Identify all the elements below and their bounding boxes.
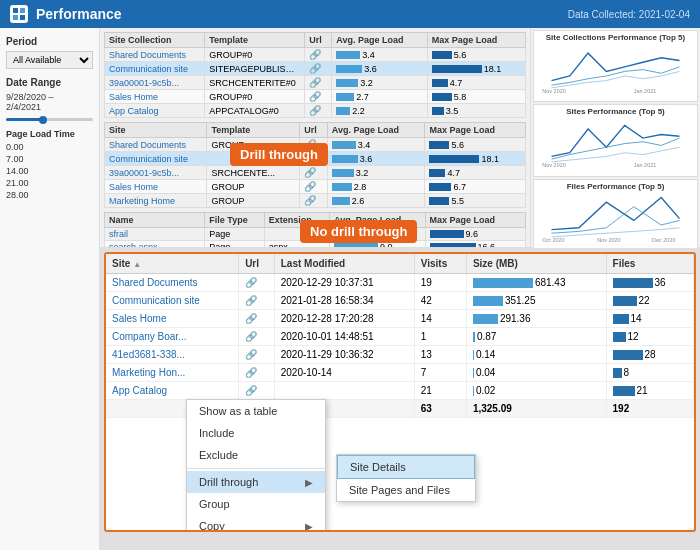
max-load: 18.1 (425, 152, 526, 166)
col-avg-load: Avg. Page Load (332, 33, 427, 48)
svg-text:Nov 2020: Nov 2020 (542, 163, 565, 169)
max-load: 5.5 (425, 194, 526, 208)
site-name[interactable]: Company Boar... (106, 328, 239, 346)
max-load: 5.6 (427, 48, 525, 62)
table-row[interactable]: Sales Home 🔗 2020-12-28 17:20:28 14 291.… (106, 310, 694, 328)
url-cell[interactable]: 🔗 (300, 166, 328, 180)
site-name[interactable]: Sales Home (105, 180, 207, 194)
svg-text:Jan 2021: Jan 2021 (634, 163, 657, 169)
url-cell[interactable]: 🔗 (239, 364, 275, 382)
url-cell[interactable]: 🔗 (300, 180, 328, 194)
col-file-type: File Type (205, 213, 264, 228)
site-name[interactable]: App Catalog (105, 104, 205, 118)
url-cell[interactable]: 🔗 (239, 346, 275, 364)
charts-section: Site Collections Performance (Top 5) Nov… (530, 28, 700, 247)
files-chart: Files Performance (Top 5) Oct 2020 Nov 2… (533, 179, 698, 251)
visits: 19 (414, 274, 466, 292)
col-template: Template (205, 33, 305, 48)
table-row[interactable]: Communication site 🔗 2021-01-28 16:58:34… (106, 292, 694, 310)
max-load: 4.7 (425, 166, 526, 180)
url-cell[interactable]: 🔗 (305, 76, 332, 90)
url-cell[interactable]: 🔗 (305, 90, 332, 104)
chart-title: Sites Performance (Top 5) (538, 107, 693, 116)
menu-exclude[interactable]: Exclude (187, 444, 325, 466)
url-cell[interactable]: 🔗 (239, 292, 275, 310)
submenu-site-pages[interactable]: Site Pages and Files (337, 479, 475, 501)
avg-load: 3.2 (327, 166, 425, 180)
data-collected-date: Data Collected: 2021-02-04 (568, 9, 690, 20)
avg-load: 3.4 (332, 48, 427, 62)
site-name[interactable]: Shared Documents (105, 138, 207, 152)
menu-copy[interactable]: Copy ▶ (187, 515, 325, 532)
menu-include[interactable]: Include (187, 422, 325, 444)
url-cell[interactable]: 🔗 (300, 194, 328, 208)
table-row[interactable]: Sales Home GROUP#0 🔗 2.7 5.8 (105, 90, 526, 104)
menu-drill-through[interactable]: Drill through ▶ (187, 471, 325, 493)
url-cell[interactable]: 🔗 (239, 310, 275, 328)
col-site: Site ▲ (106, 254, 239, 274)
url-cell[interactable]: 🔗 (239, 274, 275, 292)
max-load: 5.6 (425, 138, 526, 152)
table-row[interactable]: Sales Home GROUP 🔗 2.8 6.7 (105, 180, 526, 194)
template: GROUP (207, 180, 300, 194)
site-name[interactable]: Shared Documents (106, 274, 239, 292)
page-load-0: 0.00 (6, 141, 93, 153)
site-name[interactable]: Marketing Home (105, 194, 207, 208)
sidebar: Period All Available Date Range 9/28/202… (0, 28, 100, 550)
table-row[interactable]: Marketing Home GROUP 🔗 2.6 5.5 (105, 194, 526, 208)
url-cell[interactable]: 🔗 (239, 328, 275, 346)
table-row[interactable]: App Catalog APPCATALOG#0 🔗 2.2 3.5 (105, 104, 526, 118)
site-name[interactable]: 39a00001-9c5b... (105, 76, 205, 90)
site-name[interactable]: Communication site (105, 152, 207, 166)
date-slider[interactable] (6, 118, 93, 121)
submenu-arrow: ▶ (305, 477, 313, 488)
site-name[interactable]: Sales Home (105, 90, 205, 104)
table-row[interactable]: Marketing Hon... 🔗 2020-10-14 7 0.04 8 (106, 364, 694, 382)
table-row[interactable]: 39a00001-9c5b... SRCHCENTE... 🔗 3.2 4.7 (105, 166, 526, 180)
submenu-site-details[interactable]: Site Details (337, 455, 475, 479)
period-select[interactable]: All Available (6, 51, 93, 69)
svg-text:Nov 2020: Nov 2020 (597, 237, 620, 243)
file-name[interactable]: sfrail (105, 228, 205, 241)
col-site-collection: Site Collection (105, 33, 205, 48)
avg-load: 2.8 (327, 180, 425, 194)
table-row[interactable]: Shared Documents GROUP#0 🔗 3.4 5.6 (105, 48, 526, 62)
site-name[interactable]: Communication site (106, 292, 239, 310)
page-load-title: Page Load Time (6, 129, 93, 139)
table-row[interactable]: 39a00001-9c5b... SRCHCENTERITE#0 🔗 3.2 4… (105, 76, 526, 90)
site-name[interactable]: App Catalog (106, 382, 239, 400)
table-row[interactable]: 41ed3681-338... 🔗 2020-11-29 10:36:32 13… (106, 346, 694, 364)
site-name[interactable]: 41ed3681-338... (106, 346, 239, 364)
visits: 13 (414, 346, 466, 364)
table-row[interactable]: Communication site SITEPAGEPUBLISHING#0 … (105, 62, 526, 76)
avg-load: 2.2 (332, 104, 427, 118)
url-cell[interactable]: 🔗 (305, 62, 332, 76)
files: 8 (606, 364, 693, 382)
table-row[interactable]: Company Boar... 🔗 2020-10-01 14:48:51 1 … (106, 328, 694, 346)
table-row[interactable]: Shared Documents 🔗 2020-12-29 10:37:31 1… (106, 274, 694, 292)
site-name[interactable]: Sales Home (106, 310, 239, 328)
avg-load: 3.4 (327, 138, 425, 152)
files: 22 (606, 292, 693, 310)
site-name[interactable]: Marketing Hon... (106, 364, 239, 382)
table-row[interactable]: App Catalog 🔗 21 0.02 21 (106, 382, 694, 400)
col-url: Url (239, 254, 275, 274)
site-name[interactable]: Shared Documents (105, 48, 205, 62)
file-name[interactable]: search.aspx (105, 241, 205, 248)
bottom-section: Site ▲ Url Last Modified Visits Size (MB… (104, 252, 696, 532)
col-files: Files (606, 254, 693, 274)
site-name[interactable]: 39a00001-9c5b... (105, 166, 207, 180)
url-cell[interactable]: 🔗 (305, 48, 332, 62)
site-name[interactable]: Communication site (105, 62, 205, 76)
last-modified: 2020-10-14 (274, 364, 414, 382)
menu-group[interactable]: Group (187, 493, 325, 515)
files: 28 (606, 346, 693, 364)
template: SRCHCENTE... (207, 166, 300, 180)
svg-rect-0 (13, 8, 18, 13)
url-cell[interactable]: 🔗 (239, 382, 275, 400)
menu-show-as-table[interactable]: Show as a table (187, 400, 325, 422)
avg-load: 3.2 (332, 76, 427, 90)
url-cell[interactable]: 🔗 (305, 104, 332, 118)
svg-rect-1 (20, 8, 25, 13)
max-load: 18.1 (427, 62, 525, 76)
